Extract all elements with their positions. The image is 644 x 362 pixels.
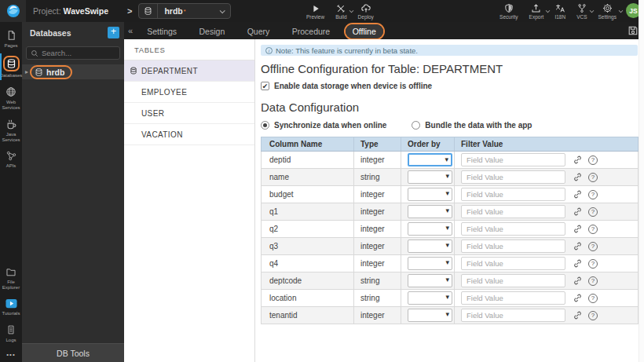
filter-value-input[interactable] <box>461 188 565 201</box>
help-icon[interactable]: ? <box>588 155 598 165</box>
filter-value-input[interactable] <box>461 309 565 322</box>
sidebar-item-logs[interactable]: Logs <box>0 320 22 346</box>
help-icon[interactable]: ? <box>588 311 598 320</box>
deploy-button[interactable]: Deploy <box>353 0 379 22</box>
table-list-item-label: VACATION <box>141 130 183 139</box>
action-label: I18N <box>554 14 565 20</box>
help-icon[interactable]: ? <box>588 225 598 234</box>
collapse-panel-button[interactable]: « <box>124 26 137 35</box>
link-icon[interactable] <box>573 172 583 182</box>
action-label: Build <box>335 14 346 20</box>
folder-icon <box>5 267 16 277</box>
column-name-cell: tenantid <box>262 307 354 324</box>
tab-procedure[interactable]: Procedure <box>285 24 337 38</box>
filter-value-input[interactable] <box>461 170 565 184</box>
globe-icon <box>5 86 16 97</box>
column-header-order-by: Order by <box>401 137 455 152</box>
filter-value-input[interactable] <box>461 205 565 218</box>
preview-button[interactable]: Preview <box>301 0 330 22</box>
vcs-button[interactable]: VCS <box>571 0 592 22</box>
help-icon[interactable]: ? <box>588 294 598 303</box>
expand-caret-icon[interactable]: ▸ <box>25 68 28 75</box>
link-icon[interactable] <box>573 207 583 217</box>
db-tools-button[interactable]: DB Tools <box>22 343 124 362</box>
rail-item-label: Web Services <box>0 100 22 111</box>
link-icon[interactable] <box>573 224 583 234</box>
column-config-row: q2 integer ? <box>262 221 639 238</box>
filter-value-input[interactable] <box>461 153 565 166</box>
order-by-select[interactable] <box>408 257 452 270</box>
tab-settings[interactable]: Settings <box>140 24 184 38</box>
help-icon[interactable]: ? <box>588 242 598 251</box>
table-list-item-vacation[interactable]: VACATION <box>124 124 254 145</box>
sidebar-item-apis[interactable]: APIs <box>0 146 22 172</box>
sidebar-item-pages[interactable]: Pages <box>0 25 22 52</box>
link-icon[interactable] <box>573 241 583 251</box>
add-database-button[interactable]: + <box>108 27 119 38</box>
tab-design[interactable]: Design <box>192 24 232 38</box>
link-icon[interactable] <box>573 258 583 269</box>
help-icon[interactable]: ? <box>588 276 598 286</box>
sidebar-item-web-services[interactable]: Web Services <box>0 82 22 114</box>
table-list-item-department[interactable]: DEPARTMENT <box>124 60 254 82</box>
order-by-select[interactable] <box>408 240 452 253</box>
sidebar-item-java-services[interactable]: Java Services <box>0 114 22 146</box>
sidebar-item-file-explorer[interactable]: File Explorer <box>0 262 22 294</box>
link-icon[interactable] <box>573 155 583 165</box>
radio-label[interactable]: Bundle the data with the app <box>425 121 532 130</box>
tab-offline[interactable]: Offline <box>346 24 383 38</box>
scrollbar-track[interactable] <box>639 0 644 362</box>
coffee-icon <box>5 119 16 130</box>
order-by-select[interactable] <box>408 153 452 166</box>
link-icon[interactable] <box>573 293 583 303</box>
table-list-item-label: USER <box>141 109 164 118</box>
database-search-input[interactable] <box>42 49 112 57</box>
order-by-select[interactable] <box>408 274 452 287</box>
link-icon[interactable] <box>573 276 583 286</box>
filter-value-input[interactable] <box>461 257 565 270</box>
order-by-select[interactable] <box>408 309 452 322</box>
app-logo[interactable] <box>0 0 26 22</box>
link-icon[interactable] <box>573 189 583 199</box>
i18n-button[interactable]: I18N <box>549 0 571 22</box>
help-icon[interactable]: ? <box>588 173 598 182</box>
order-by-select[interactable] <box>408 205 452 218</box>
export-button[interactable]: Export <box>524 0 550 22</box>
enable-offline-label[interactable]: Enable data storage when device is offli… <box>274 82 432 90</box>
help-icon[interactable]: ? <box>588 190 598 199</box>
help-icon[interactable]: ? <box>588 207 598 217</box>
column-type-cell: string <box>354 272 401 290</box>
help-icon[interactable]: ? <box>588 259 598 269</box>
radio-label[interactable]: Synchronize data when online <box>274 121 386 130</box>
filter-value-input[interactable] <box>461 222 565 236</box>
settings-button[interactable]: Settings <box>593 0 623 22</box>
sidebar-item-tutorials[interactable]: Tutorials <box>0 294 22 320</box>
security-button[interactable]: Security <box>494 0 523 22</box>
radio-button[interactable] <box>412 121 420 130</box>
column-config-row: location string ? <box>262 290 639 307</box>
shield-icon <box>504 3 514 13</box>
save-button[interactable] <box>628 25 639 36</box>
order-by-select[interactable] <box>408 170 452 184</box>
build-button[interactable]: Build <box>330 0 352 22</box>
sidebar-item-databases[interactable]: Databases <box>0 52 22 82</box>
order-by-select[interactable] <box>408 291 452 305</box>
filter-value-input[interactable] <box>461 274 565 287</box>
tab-query[interactable]: Query <box>240 24 277 38</box>
database-tree-item-hrdb[interactable]: ▸ hrdb <box>22 64 124 79</box>
order-by-select[interactable] <box>408 222 452 236</box>
table-list-item-user[interactable]: USER <box>124 103 254 124</box>
database-selector[interactable]: hrdb* <box>138 3 231 19</box>
column-name-cell: q2 <box>262 221 354 238</box>
order-by-select[interactable] <box>408 188 452 201</box>
database-selector-value: hrdb <box>164 6 182 16</box>
filter-value-input[interactable] <box>461 291 565 305</box>
more-options-button[interactable]: ••• <box>0 346 22 362</box>
filter-value-input[interactable] <box>461 240 565 253</box>
enable-offline-checkbox[interactable]: ✔ <box>261 82 269 90</box>
gear-icon <box>602 3 613 13</box>
database-search[interactable] <box>26 46 120 60</box>
radio-button[interactable] <box>261 121 269 130</box>
link-icon[interactable] <box>573 310 583 320</box>
table-list-item-employee[interactable]: EMPLOYEE <box>124 82 254 103</box>
